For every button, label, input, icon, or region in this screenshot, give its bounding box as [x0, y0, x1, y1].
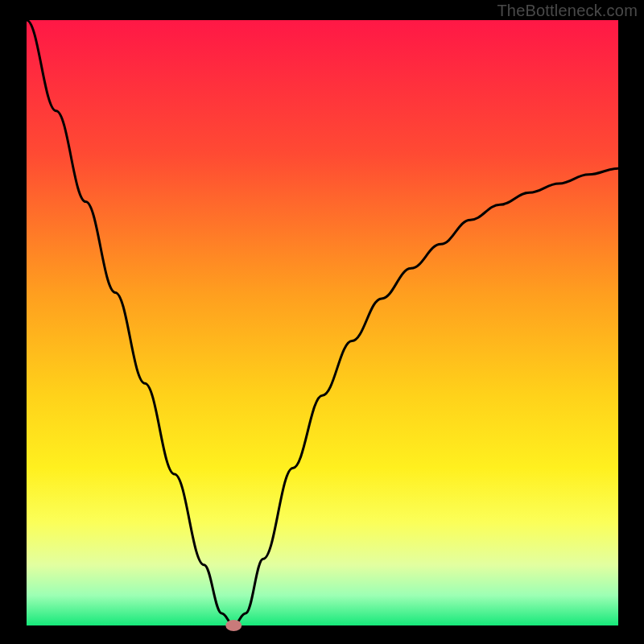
watermark-text: TheBottleneck.com [497, 2, 638, 20]
chart-frame: TheBottleneck.com [0, 0, 644, 644]
optimum-marker [225, 620, 242, 631]
plot-background [27, 20, 618, 625]
bottleneck-chart [0, 0, 644, 644]
